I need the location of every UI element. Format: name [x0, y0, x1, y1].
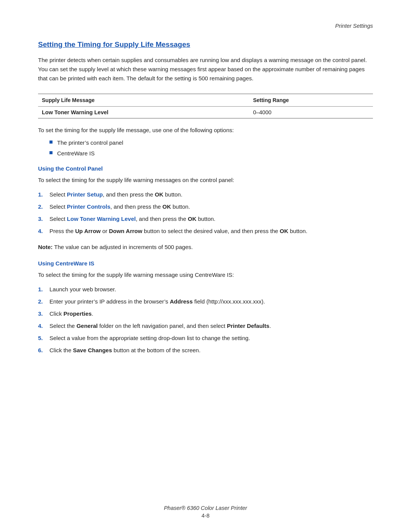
table-col2-header: Setting Range — [249, 94, 373, 107]
intro-paragraph: The printer detects when certain supplie… — [38, 56, 373, 83]
cw-step-num-6: 6. — [38, 346, 49, 355]
step-text-3: Select Low Toner Warning Level, and then… — [49, 214, 373, 224]
footer-page: 4-8 — [0, 513, 411, 519]
cw-step-2: 2. Enter your printer’s IP address in th… — [38, 297, 373, 306]
step-num-3: 3. — [38, 214, 49, 224]
note-paragraph: Note: The value can be adjusted in incre… — [38, 243, 373, 252]
cw-step-num-4: 4. — [38, 321, 49, 331]
page-header-title: Printer Settings — [38, 23, 373, 29]
cw-step-text-5: Select a value from the appropriate sett… — [49, 334, 373, 343]
cw-step-3: 3. Click Properties. — [38, 309, 373, 318]
cw-step-5: 5. Select a value from the appropriate s… — [38, 334, 373, 343]
note-label: Note: — [38, 244, 53, 250]
centreware-subtitle: Using CentreWare IS — [38, 260, 373, 267]
note-text: The value can be adjusted in increments … — [54, 244, 193, 250]
table-row: Low Toner Warning Level 0–4000 — [38, 107, 373, 118]
cw-step-text-1: Launch your web browser. — [49, 285, 373, 294]
control-panel-steps: 1. Select Printer Setup, and then press … — [38, 190, 373, 236]
cw-step-text-3: Click Properties. — [49, 309, 373, 318]
cw-step-num-1: 1. — [38, 285, 49, 294]
cw-step-num-5: 5. — [38, 334, 49, 343]
cw-step-num-2: 2. — [38, 297, 49, 306]
step-text-4: Press the Up Arrow or Down Arrow button … — [49, 227, 373, 236]
cw-step-4: 4. Select the General folder on the left… — [38, 321, 373, 331]
step-num-1: 1. — [38, 190, 49, 199]
options-intro: To set the timing for the supply life me… — [38, 127, 373, 133]
step-num-4: 4. — [38, 227, 49, 236]
footer-product: Phaser® 6360 Color Laser Printer — [0, 505, 411, 511]
step-4: 4. Press the Up Arrow or Down Arrow butt… — [38, 227, 373, 236]
cw-step-text-4: Select the General folder on the left na… — [49, 321, 373, 331]
list-item: CentreWare IS — [49, 149, 373, 158]
centreware-intro: To select the timing for the supply life… — [38, 270, 373, 280]
bullet-list: The printer’s control panel CentreWare I… — [49, 139, 373, 158]
step-text-2: Select Printer Controls, and then press … — [49, 202, 373, 211]
cw-step-text-6: Click the Save Changes button at the bot… — [49, 346, 373, 355]
supply-table: Supply Life Message Setting Range Low To… — [38, 94, 373, 118]
step-2: 2. Select Printer Controls, and then pre… — [38, 202, 373, 211]
bullet-text: The printer’s control panel — [57, 139, 123, 147]
control-panel-intro: To select the timing for the supply life… — [38, 176, 373, 185]
step-3: 3. Select Low Toner Warning Level, and t… — [38, 214, 373, 224]
control-panel-subtitle: Using the Control Panel — [38, 165, 373, 172]
step-1: 1. Select Printer Setup, and then press … — [38, 190, 373, 199]
step-num-2: 2. — [38, 202, 49, 211]
cw-step-1: 1. Launch your web browser. — [38, 285, 373, 294]
table-cell-supply: Low Toner Warning Level — [38, 107, 249, 118]
cw-step-num-3: 3. — [38, 309, 49, 318]
section-title: Setting the Timing for Supply Life Messa… — [38, 40, 373, 49]
bullet-icon — [49, 151, 53, 154]
table-cell-range: 0–4000 — [249, 107, 373, 118]
centreware-steps: 1. Launch your web browser. 2. Enter you… — [38, 285, 373, 355]
table-col1-header: Supply Life Message — [38, 94, 249, 107]
bullet-text: CentreWare IS — [57, 149, 95, 158]
list-item: The printer’s control panel — [49, 139, 373, 147]
step-text-1: Select Printer Setup, and then press the… — [49, 190, 373, 199]
cw-step-text-2: Enter your printer’s IP address in the b… — [49, 297, 373, 306]
cw-step-6: 6. Click the Save Changes button at the … — [38, 346, 373, 355]
bullet-icon — [49, 141, 53, 144]
